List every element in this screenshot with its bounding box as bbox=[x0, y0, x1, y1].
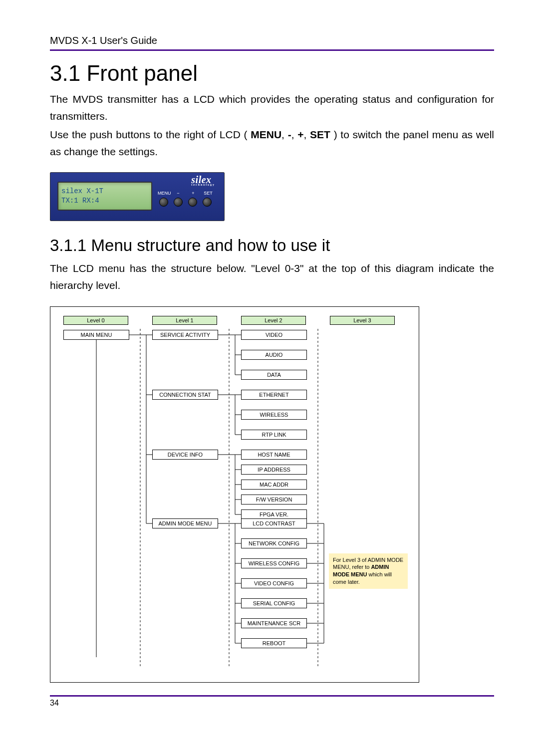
node-data: DATA bbox=[241, 370, 307, 380]
para2-set: SET bbox=[310, 129, 330, 140]
node-video-config: VIDEO CONFIG bbox=[241, 578, 307, 588]
node-video: VIDEO bbox=[241, 330, 307, 340]
doc-header: MVDS X-1 User's Guide bbox=[50, 35, 494, 46]
node-main-menu: MAIN MENU bbox=[63, 330, 129, 340]
device-buttons bbox=[159, 198, 212, 207]
section-para-2: Use the push buttons to the right of LCD… bbox=[50, 126, 494, 160]
menu-button-icon bbox=[159, 198, 168, 207]
header-rule bbox=[50, 49, 494, 51]
para2-minus: - bbox=[288, 129, 291, 140]
node-ethernet: ETHERNET bbox=[241, 390, 307, 400]
level-header-2: Level 2 bbox=[241, 316, 306, 325]
device-button-labels: MENU − + SET bbox=[158, 191, 218, 196]
lcd-line-2: TX:1 RX:4 bbox=[61, 196, 148, 205]
node-network-config: NETWORK CONFIG bbox=[241, 538, 307, 548]
node-ip-address: IP ADDRESS bbox=[241, 465, 307, 475]
device-brand: silex technology bbox=[191, 176, 215, 186]
node-device-info: DEVICE INFO bbox=[152, 450, 218, 460]
subsection-para: The LCD menu has the structure below. "L… bbox=[50, 260, 494, 293]
level3-note: For Level 3 of ADMIN MODE MENU, refer to… bbox=[329, 553, 408, 589]
plus-button-icon bbox=[188, 198, 197, 207]
node-reboot: REBOOT bbox=[241, 638, 307, 648]
para2-pre: Use the push buttons to the right of LCD… bbox=[50, 129, 251, 140]
node-connection-stat: CONNECTION STAT bbox=[152, 390, 218, 400]
node-wireless: WIRELESS bbox=[241, 410, 307, 420]
node-service-activity: SERVICE ACTIVITY bbox=[152, 330, 218, 340]
subsection-heading: 3.1.1 Menu structure and how to use it bbox=[50, 236, 494, 255]
label-menu: MENU bbox=[158, 191, 169, 196]
lcd-line-1: silex X-1T bbox=[61, 187, 148, 196]
label-minus: − bbox=[173, 191, 184, 196]
minus-button-icon bbox=[174, 198, 183, 207]
level-header-1: Level 1 bbox=[152, 316, 217, 325]
node-rtp-link: RTP LINK bbox=[241, 430, 307, 440]
section-para-1: The MVDS transmitter has a LCD which pro… bbox=[50, 91, 494, 124]
para2-plus: + bbox=[297, 129, 303, 140]
label-set: SET bbox=[203, 191, 214, 196]
section-heading: 3.1 Front panel bbox=[50, 61, 494, 86]
label-plus: + bbox=[188, 191, 199, 196]
para2-menu: MENU bbox=[251, 129, 281, 140]
menu-tree-diagram: Level 0 Level 1 Level 2 Level 3 bbox=[50, 306, 419, 683]
node-wireless-config: WIRELESS CONFIG bbox=[241, 558, 307, 568]
set-button-icon bbox=[203, 198, 212, 207]
page-number: 34 bbox=[50, 699, 494, 708]
footer-rule bbox=[50, 695, 494, 697]
device-lcd: silex X-1T TX:1 RX:4 bbox=[57, 182, 152, 211]
node-maintenance-scr: MAINTENANCE SCR bbox=[241, 618, 307, 628]
node-host-name: HOST NAME bbox=[241, 450, 307, 460]
tree-connectors bbox=[61, 328, 408, 667]
node-lcd-contrast: LCD CONTRAST bbox=[241, 518, 307, 528]
level-header-0: Level 0 bbox=[63, 316, 128, 325]
node-admin-mode-menu: ADMIN MODE MENU bbox=[152, 518, 218, 528]
node-mac-addr: MAC ADDR bbox=[241, 480, 307, 490]
node-serial-config: SERIAL CONFIG bbox=[241, 598, 307, 608]
node-fw-version: F/W VERSION bbox=[241, 495, 307, 504]
node-fpga-ver: FPGA VER. bbox=[241, 509, 307, 519]
node-audio: AUDIO bbox=[241, 350, 307, 360]
level-header-3: Level 3 bbox=[330, 316, 395, 325]
device-photo: silex X-1T TX:1 RX:4 silex technology ME… bbox=[50, 172, 225, 221]
